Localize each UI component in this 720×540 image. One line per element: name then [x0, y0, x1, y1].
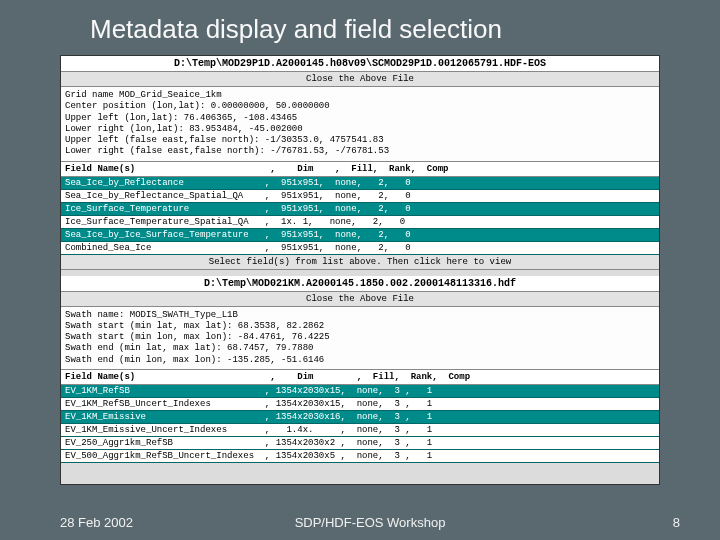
- metadata-block-2: Swath name: MODIS_SWATH_Type_L1B Swath s…: [61, 307, 659, 370]
- field-row[interactable]: EV_1KM_RefSB , 1354x2030x15, none, 3 , 1: [61, 385, 659, 398]
- field-row[interactable]: EV_500_Aggr1km_RefSB_Uncert_Indexes , 13…: [61, 450, 659, 463]
- field-row[interactable]: EV_1KM_RefSB_Uncert_Indexes , 1354x2030x…: [61, 398, 659, 411]
- footer-venue: SDP/HDF-EOS Workshop: [60, 515, 680, 530]
- field-row[interactable]: Combined_Sea_Ice , 951x951, none, 2, 0: [61, 242, 659, 255]
- field-row[interactable]: EV_250_Aggr1km_RefSB , 1354x2030x2 , non…: [61, 437, 659, 450]
- field-header-2: Field Name(s) , Dim , Fill, Rank, Comp: [61, 370, 659, 385]
- field-list-2: EV_1KM_RefSB , 1354x2030x15, none, 3 , 1…: [61, 385, 659, 463]
- field-header-1: Field Name(s) , Dim , Fill, Rank, Comp: [61, 162, 659, 177]
- field-row[interactable]: Sea_Ice_by_Reflectance_Spatial_QA , 951x…: [61, 190, 659, 203]
- close-button-2[interactable]: Close the Above File: [61, 292, 659, 307]
- field-list-1: Sea_Ice_by_Reflectance , 951x951, none, …: [61, 177, 659, 255]
- field-row[interactable]: EV_1KM_Emissive_Uncert_Indexes , 1.4x. ,…: [61, 424, 659, 437]
- field-row[interactable]: EV_1KM_Emissive , 1354x2030x16, none, 3 …: [61, 411, 659, 424]
- field-row[interactable]: Ice_Surface_Temperature_Spatial_QA , 1x.…: [61, 216, 659, 229]
- file-path-2: D:\Temp\MOD021KM.A2000145.1850.002.20001…: [61, 276, 659, 292]
- file-path-1: D:\Temp\MOD29P1D.A2000145.h08v09\SCMOD29…: [61, 56, 659, 72]
- slide-title: Metadata display and field selection: [0, 0, 720, 55]
- field-row[interactable]: Ice_Surface_Temperature , 951x951, none,…: [61, 203, 659, 216]
- field-row[interactable]: Sea_Ice_by_Reflectance , 951x951, none, …: [61, 177, 659, 190]
- close-button-1[interactable]: Close the Above File: [61, 72, 659, 87]
- field-row[interactable]: Sea_Ice_by_Ice_Surface_Temperature , 951…: [61, 229, 659, 242]
- metadata-block-1: Grid name MOD_Grid_Seaice_1km Center pos…: [61, 87, 659, 162]
- view-instruction[interactable]: Select field(s) from list above. Then cl…: [61, 255, 659, 270]
- slide-footer: 28 Feb 2002 SDP/HDF-EOS Workshop 8: [60, 515, 680, 530]
- metadata-panel: D:\Temp\MOD29P1D.A2000145.h08v09\SCMOD29…: [60, 55, 660, 485]
